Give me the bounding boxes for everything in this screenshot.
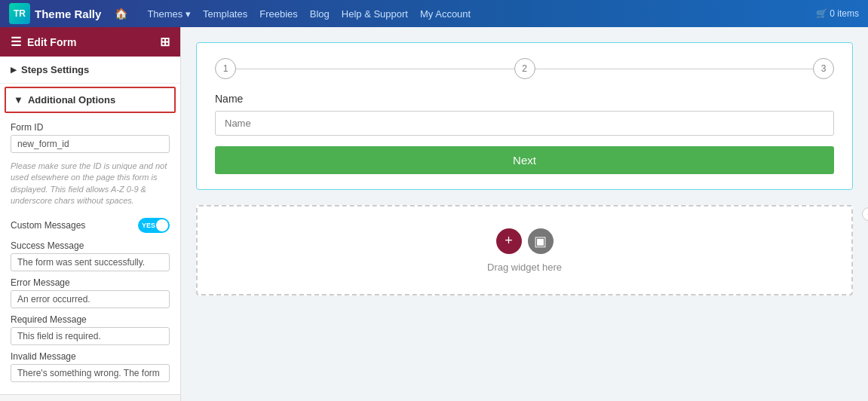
widget-icon-button[interactable]: ▣ bbox=[528, 228, 554, 254]
form-preview: 1 2 3 Name Next bbox=[196, 42, 853, 190]
nav-themes[interactable]: Themes ▾ bbox=[147, 8, 191, 20]
sidebar-header: ☰ Edit Form ⊞ bbox=[0, 27, 180, 57]
logo[interactable]: TR Theme Rally bbox=[9, 3, 101, 24]
step-3-circle: 3 bbox=[813, 58, 834, 79]
steps-settings-section: ▶ Steps Settings bbox=[0, 57, 180, 84]
steps-settings-label: Steps Settings bbox=[21, 64, 89, 75]
steps-bar: 1 2 3 bbox=[215, 58, 834, 79]
nav-help[interactable]: Help & Support bbox=[342, 8, 408, 20]
sidebar: ☰ Edit Form ⊞ ▶ Steps Settings ▼ Additio… bbox=[0, 27, 181, 401]
home-icon[interactable]: 🏠 bbox=[115, 8, 127, 20]
form-id-hint: Please make sure the ID is unique and no… bbox=[11, 161, 170, 207]
name-field-label: Name bbox=[215, 93, 834, 105]
logo-icon: TR bbox=[9, 3, 30, 24]
step-1-circle: 1 bbox=[215, 58, 236, 79]
sidebar-footer: ⚙ ✦ ↺ 💬 ⋯ UPDATE ▲ bbox=[0, 394, 180, 401]
content-area: 1 2 3 Name Next + ▣ Drag widget bbox=[181, 27, 868, 401]
hamburger-icon[interactable]: ☰ bbox=[11, 35, 21, 49]
additional-options-section: ▼ Additional Options Form ID Please make… bbox=[0, 84, 180, 394]
toggle-knob bbox=[156, 219, 168, 231]
toggle-yes-text: YES bbox=[142, 222, 155, 229]
invalid-message-input[interactable] bbox=[11, 364, 170, 382]
sidebar-title: Edit Form bbox=[27, 36, 76, 48]
grid-icon[interactable]: ⊞ bbox=[160, 35, 170, 49]
additional-options-label: Additional Options bbox=[28, 94, 115, 106]
cart-icon[interactable]: 🛒 0 items bbox=[816, 8, 859, 19]
step-line-1 bbox=[236, 69, 514, 69]
widget-icon: ▣ bbox=[534, 233, 547, 249]
nav-templates[interactable]: Templates bbox=[203, 8, 247, 20]
required-message-label: Required Message bbox=[11, 314, 170, 325]
nav-freebies[interactable]: Freebies bbox=[259, 8, 298, 20]
form-id-field: Form ID bbox=[11, 122, 170, 153]
top-navigation: TR Theme Rally 🏠 Themes ▾ Templates Free… bbox=[0, 0, 868, 27]
error-message-label: Error Message bbox=[11, 277, 170, 288]
custom-messages-row: Custom Messages YES bbox=[11, 215, 170, 233]
custom-messages-toggle[interactable]: YES bbox=[138, 218, 170, 233]
add-widget-button[interactable]: + bbox=[496, 228, 522, 254]
error-message-input[interactable] bbox=[11, 290, 170, 308]
invalid-message-field: Invalid Message bbox=[11, 351, 170, 382]
steps-settings-header[interactable]: ▶ Steps Settings bbox=[0, 57, 180, 83]
steps-arrow-icon: ▶ bbox=[11, 66, 17, 74]
nav-account[interactable]: My Account bbox=[420, 8, 471, 20]
form-id-input[interactable] bbox=[11, 135, 170, 153]
drag-text: Drag widget here bbox=[487, 262, 562, 273]
required-message-field: Required Message bbox=[11, 314, 170, 345]
additional-options-arrow-icon: ▼ bbox=[14, 94, 23, 106]
name-field-input[interactable] bbox=[215, 111, 834, 136]
logo-text: Theme Rally bbox=[35, 8, 101, 20]
form-id-label: Form ID bbox=[11, 122, 170, 133]
drag-widget-area: + ▣ Drag widget here bbox=[196, 205, 853, 295]
required-message-input[interactable] bbox=[11, 327, 170, 345]
nav-blog[interactable]: Blog bbox=[310, 8, 330, 20]
nav-items: Themes ▾ Templates Freebies Blog Help & … bbox=[147, 8, 471, 20]
additional-options-header[interactable]: ▼ Additional Options bbox=[5, 87, 176, 113]
success-message-field: Success Message bbox=[11, 240, 170, 271]
step-line-2 bbox=[535, 69, 814, 69]
sidebar-body: Form ID Please make sure the ID is uniqu… bbox=[0, 116, 180, 394]
next-button[interactable]: Next bbox=[215, 146, 834, 174]
invalid-message-label: Invalid Message bbox=[11, 351, 170, 362]
error-message-field: Error Message bbox=[11, 277, 170, 308]
custom-messages-label: Custom Messages bbox=[11, 220, 85, 231]
success-message-label: Success Message bbox=[11, 240, 170, 251]
success-message-input[interactable] bbox=[11, 253, 170, 271]
step-2-circle: 2 bbox=[514, 58, 535, 79]
drag-icons: + ▣ bbox=[496, 228, 554, 254]
